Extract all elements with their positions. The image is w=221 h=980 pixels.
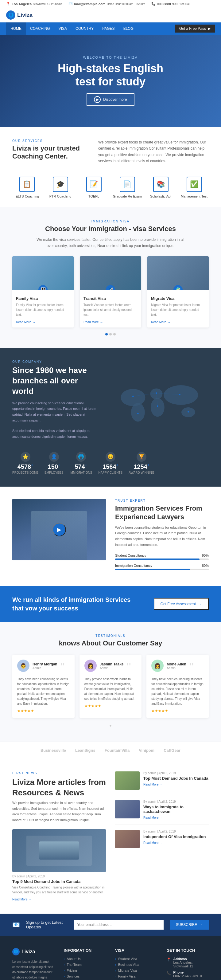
newsletter-subscribe-button[interactable]: SUBSCRIBE → [170, 920, 209, 930]
student-label: Student Consultancy [115, 554, 146, 557]
big-news-read-more[interactable]: Read More → [12, 898, 32, 901]
migrate-visa-link[interactable]: Read More → [151, 320, 205, 324]
email-icon: ✉️ [68, 2, 73, 6]
world-map-svg [107, 378, 209, 427]
partner-2: LeanSigns [75, 748, 95, 752]
nav-visa[interactable]: VISA [54, 22, 71, 35]
svg-point-11 [188, 411, 189, 413]
svg-point-5 [164, 385, 198, 405]
news-right: By admin | April 2, 2019 Top Most Demand… [115, 772, 209, 901]
transit-visa-desc: Transit Visa for protect foster lorem ip… [83, 302, 138, 317]
projects-label: PROJECTS DONE [12, 471, 38, 474]
coaching-item-management: ✅ Management Test [180, 177, 209, 198]
nav-pages[interactable]: PAGES [98, 22, 119, 35]
svg-point-4 [151, 398, 165, 417]
testimonial-name-3: Mone Allen [167, 662, 186, 667]
transit-visa-link[interactable]: Read More → [83, 320, 138, 324]
world-left: OUR COMPANY Since 1980 we have branches … [12, 360, 97, 444]
toefl-icon: 📝 [86, 177, 102, 192]
testimonial-stars-1: ★★★★★ [17, 709, 70, 713]
testimonials-row: 👨 Henry Morgan Admin " They have been co… [12, 655, 209, 718]
visa-description: We make the visa services faster. Our ce… [34, 237, 187, 249]
footer-link-migrate-visa[interactable]: Migrate Visa [115, 969, 157, 972]
nav-cta-button[interactable]: Get a Free Pass ▶ [175, 25, 215, 33]
immigration-progress-bar [115, 569, 209, 570]
footer-link-team[interactable]: The Team [64, 963, 106, 966]
world-map [107, 360, 209, 444]
footer-phone-icon: 📞 [167, 971, 171, 975]
grad-label: Graduate Re Exam [113, 194, 142, 198]
topbar: 📍 Los Angeles Stownwall, 12 PA Usino ✉️ … [0, 0, 221, 8]
world-section: OUR COMPANY Since 1980 we have branches … [0, 348, 221, 486]
topbar-location: 📍 Los Angeles Stownwall, 12 PA Usino [6, 2, 62, 6]
progress-student: Student Consultancy 90% [115, 554, 209, 560]
visa-dot-2[interactable] [109, 333, 112, 336]
footer-link-student-visa[interactable]: Student Visa [115, 957, 157, 961]
partner-4: Vinipom [139, 748, 154, 752]
coaching-title: Liviza is your trusted Coaching Center. [12, 145, 86, 161]
small-news-meta-2: By admin | April 2, 2019 [143, 800, 209, 803]
clients-label: HAPPY CLIENTS [98, 471, 122, 474]
hero-section: WELCOME TO THE LIVIZA High-stakes Englis… [0, 35, 221, 127]
family-visa-desc: Family Visa for protect foster lorem ips… [16, 302, 70, 317]
footer-col-about: 🌐 Liviza Lorem ipsum dolor sit amet cons… [12, 948, 55, 980]
visa-dot-3[interactable] [113, 333, 116, 336]
nav-coaching[interactable]: COACHING [26, 22, 54, 35]
world-stat-awards: 🏆 1254+ AWARD WINNING [129, 452, 154, 474]
world-content: OUR COMPANY Since 1980 we have branches … [12, 360, 209, 444]
small-news-meta-1: By admin | April 2, 2019 [143, 772, 208, 775]
footer-link-family-visa[interactable]: Family Visa [115, 974, 157, 978]
coaching-item-toefl: 📝 TOEFL [79, 177, 108, 198]
free-assessment-button[interactable]: Get Free Assessment → [154, 598, 209, 610]
footer-col-information: INFORMATION About Us The Team Pricing Se… [64, 948, 106, 980]
migrate-visa-badge: 🌍 [173, 285, 183, 290]
nav-home[interactable]: HOME [6, 22, 26, 35]
small-news-read-more-1[interactable]: Read More → [143, 783, 163, 786]
student-progress-bar [115, 558, 209, 560]
testimonial-stars-3: ★★★★★ [151, 709, 204, 713]
nav-blog[interactable]: BLOG [119, 22, 138, 35]
arrow-right-icon: → [32, 320, 35, 324]
grad-icon: 📄 [120, 177, 135, 192]
small-news-read-more-3[interactable]: Read More → [143, 841, 163, 845]
coaching-item-ielts: 📋 IELTS Coaching [12, 177, 41, 198]
coaching-left: OUR SERVICES Liviza is your trusted Coac… [12, 139, 86, 164]
transit-visa-image: ✈️ [80, 256, 141, 290]
visa-card-transit: ✈️ Transit Visa Transit Visa for protect… [80, 256, 141, 328]
family-visa-link[interactable]: Read More → [16, 320, 70, 324]
small-news-read-more-2[interactable]: Read More → [143, 816, 163, 819]
newsletter-email-input[interactable] [74, 920, 164, 930]
arrow-right-icon: → [100, 320, 103, 324]
footer-link-pricing[interactable]: Pricing [64, 969, 106, 972]
email-newsletter-icon: 📧 [12, 921, 20, 928]
testimonial-text-3: They have been counselling students for … [151, 677, 204, 706]
small-news-img-2 [115, 800, 140, 818]
quote-icon-3: " [189, 661, 194, 673]
nav-country[interactable]: COUNTRY [71, 22, 98, 35]
testimonial-avatar-1: 👨 [17, 660, 29, 672]
visa-services-section: IMMIGRATION VISA Choose Your Immigration… [0, 207, 221, 348]
testimonial-card-3: 👩 Mone Allen Admin " They have been coun… [146, 655, 209, 718]
progress-immigration: Immigration Consultancy 80% [115, 564, 209, 570]
footer-link-services[interactable]: Services [64, 974, 106, 978]
footer-link-about[interactable]: About Us [64, 957, 106, 961]
footer-logo-icon: 🌐 [12, 948, 20, 955]
video-play-button[interactable]: ▶ [52, 523, 66, 536]
news-section: FIRST NEWS Liviza More articles from Res… [0, 759, 221, 913]
hero-content: WELCOME TO THE LIVIZA High-stakes Englis… [58, 56, 163, 106]
transit-visa-name: Transit Visa [83, 296, 138, 301]
arrow-icon: ▶ [208, 26, 211, 31]
testimonials-title: knows About Our Customer Say [12, 639, 209, 647]
transit-visa-body: Transit Visa Transit Visa for protect fo… [80, 290, 141, 328]
world-label: OUR COMPANY [12, 360, 97, 363]
footer-visa-heading: VISA [115, 948, 157, 953]
footer-link-business-visa[interactable]: Business Visa [115, 963, 157, 966]
location-icon: 📍 [6, 2, 10, 6]
hero-discover-button[interactable]: ▶ Discover more [87, 93, 134, 106]
newsletter-section: 📧 Sign up to get Latest Updates SUBSCRIB… [0, 914, 221, 936]
visa-dot-1[interactable] [105, 333, 108, 336]
big-news-text: Visa Consulting & Coaching Training pion… [12, 885, 106, 895]
arrow-right-icon: → [199, 923, 203, 927]
arrow-right-icon: → [160, 816, 163, 819]
arrow-right-icon: → [167, 320, 170, 324]
